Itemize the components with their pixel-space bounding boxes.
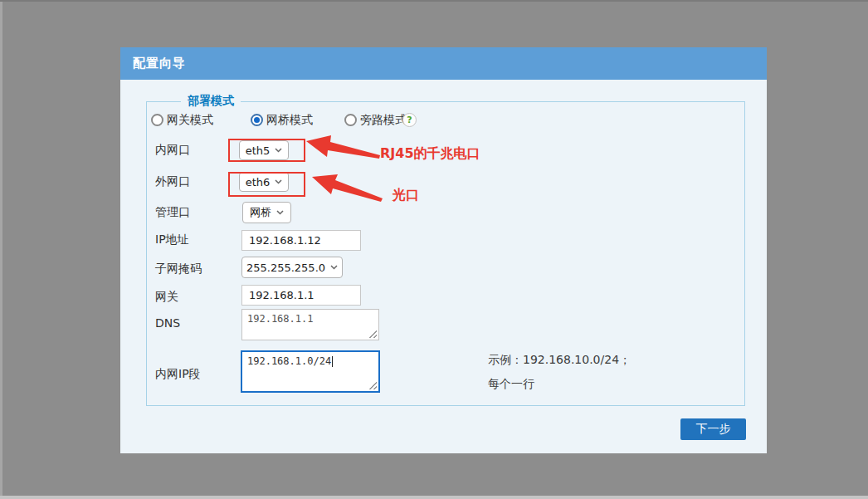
dns-value: 192.168.1.1 xyxy=(247,313,313,325)
annotation-text-wan-port: 光口 xyxy=(393,187,419,204)
radio-circle-checked-icon[interactable] xyxy=(251,114,263,126)
radio-circle-icon[interactable] xyxy=(344,114,357,126)
resize-grip-icon[interactable] xyxy=(368,329,377,338)
lan-port-select[interactable]: eth5 xyxy=(239,140,289,160)
dialog-title: 配置向导 xyxy=(133,56,186,71)
subnet-mask-label: 子网掩码 xyxy=(155,262,202,275)
mgmt-port-select[interactable]: 网桥 xyxy=(242,202,291,223)
dialog-header: 配置向导 xyxy=(120,47,767,80)
radio-bypass-mode-label: 旁路模式 xyxy=(360,113,407,128)
gateway-label: 网关 xyxy=(155,290,178,303)
resize-grip-icon[interactable] xyxy=(368,380,377,389)
chevron-down-icon xyxy=(275,148,282,153)
chevron-down-icon xyxy=(330,265,338,270)
chevron-down-icon xyxy=(275,179,282,184)
lan-ip-range-hint-line2: 每个一行 xyxy=(488,377,534,392)
gateway-input[interactable] xyxy=(241,285,361,306)
radio-bridge-mode-label: 网桥模式 xyxy=(266,113,313,128)
radio-bridge-mode[interactable]: 网桥模式 xyxy=(251,113,313,127)
mgmt-port-label: 管理口 xyxy=(155,205,190,218)
ip-address-label: IP地址 xyxy=(155,232,189,246)
wan-port-select[interactable]: eth6 xyxy=(239,172,289,192)
lan-port-value: eth5 xyxy=(246,144,271,157)
window-edge-left xyxy=(0,2,2,499)
wan-port-value: eth6 xyxy=(246,176,271,188)
radio-circle-icon[interactable] xyxy=(151,114,163,126)
config-wizard-dialog: 配置向导 部署模式 网关模式 网桥模式 旁路模式 ? 内网口 eth5 外网口 … xyxy=(120,47,767,453)
chevron-down-icon xyxy=(276,210,284,215)
desktop-background: 配置向导 部署模式 网关模式 网桥模式 旁路模式 ? 内网口 eth5 外网口 … xyxy=(0,0,868,499)
subnet-mask-select[interactable]: 255.255.255.0 xyxy=(241,257,343,278)
next-step-button[interactable]: 下一步 xyxy=(680,418,746,440)
dns-label: DNS xyxy=(155,316,180,330)
radio-gateway-mode-label: 网关模式 xyxy=(167,113,213,128)
lan-ip-range-textarea[interactable]: 192.168.1.0/24 xyxy=(241,350,380,393)
dns-textarea[interactable]: 192.168.1.1 xyxy=(241,309,379,340)
lan-port-label: 内网口 xyxy=(155,143,190,156)
ip-address-input[interactable] xyxy=(241,230,361,251)
mgmt-port-value: 网桥 xyxy=(250,205,271,220)
lan-ip-range-label: 内网IP段 xyxy=(155,367,201,380)
deployment-mode-legend: 部署模式 xyxy=(181,94,241,109)
wan-port-label: 外网口 xyxy=(155,174,190,188)
window-edge-bottom xyxy=(0,496,868,499)
window-edge-top xyxy=(0,0,868,2)
radio-bypass-mode[interactable]: 旁路模式 xyxy=(344,113,407,127)
bypass-help-icon[interactable]: ? xyxy=(402,113,417,127)
subnet-mask-value: 255.255.255.0 xyxy=(246,262,325,274)
annotation-text-lan-port: RJ45的千兆电口 xyxy=(380,145,480,163)
lan-ip-range-value: 192.168.1.0/24 xyxy=(247,355,331,367)
text-caret xyxy=(332,356,333,367)
radio-gateway-mode[interactable]: 网关模式 xyxy=(151,113,213,127)
lan-ip-range-hint-line1: 示例：192.168.10.0/24； xyxy=(488,353,631,368)
